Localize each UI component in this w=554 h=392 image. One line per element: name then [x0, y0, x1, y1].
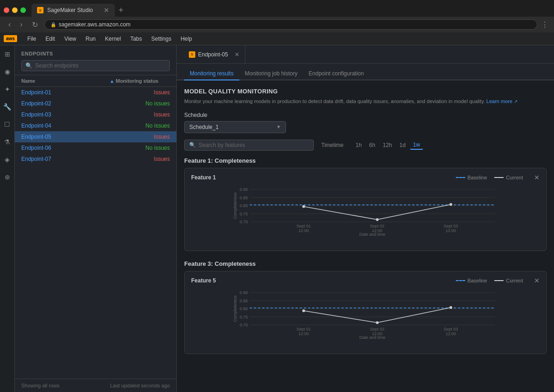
panel-favicon: S: [189, 51, 195, 58]
baseline-line-icon: [456, 177, 465, 178]
timeline-label: Timelime: [321, 142, 343, 148]
maximize-button[interactable]: [20, 7, 26, 13]
feature-section-1: Feature 3: Completeness Feature 5 Baseli…: [184, 260, 547, 354]
feature-search-input[interactable]: [199, 142, 309, 148]
learn-more-link[interactable]: Learn more: [486, 98, 512, 104]
timeline-btn-1h[interactable]: 1h: [353, 141, 364, 150]
svg-text:0.80: 0.80: [240, 203, 248, 208]
browser-tab[interactable]: S SageMaker Studio ✕: [31, 4, 115, 17]
minimize-button[interactable]: [12, 7, 18, 13]
sidebar-icon-box[interactable]: ☐: [2, 119, 12, 129]
legend-baseline: Baseline: [456, 175, 487, 180]
svg-text:0.70: 0.70: [240, 220, 248, 224]
endpoint-row[interactable]: Endpoint-03 Issues: [15, 109, 176, 120]
sidebar-icon-cube[interactable]: ◈: [2, 154, 12, 165]
menu-run[interactable]: Run: [81, 34, 100, 44]
external-link-icon: ↗: [514, 99, 517, 104]
main-content: S Endpoint-05 ✕ Monitoring resultsMonito…: [177, 45, 554, 392]
content-tab-monitoring-results[interactable]: Monitoring results: [184, 67, 239, 80]
timeline-btn-12h[interactable]: 12h: [380, 141, 395, 150]
legend-current: Current: [494, 175, 523, 180]
menu-settings[interactable]: Settings: [147, 34, 176, 44]
schedule-dropdown[interactable]: Schedule_1 ▼: [184, 121, 286, 133]
menu-edit[interactable]: Edit: [41, 34, 60, 44]
endpoint-name: Endpoint-02: [21, 100, 145, 107]
legend-baseline: Baseline: [456, 278, 487, 283]
forward-button[interactable]: ›: [17, 19, 25, 30]
sidebar-icon-science[interactable]: ⚗: [2, 137, 12, 147]
menu-kernel[interactable]: Kernel: [100, 34, 126, 44]
svg-point-41: [302, 309, 305, 312]
menu-view[interactable]: View: [60, 34, 81, 44]
endpoint-name: Endpoint-07: [21, 156, 154, 162]
new-tab-button[interactable]: +: [115, 6, 127, 15]
chart-area: 0.900.850.800.750.70 Sept 0112:00Sept 02…: [191, 288, 540, 348]
feature-search-box: 🔍: [184, 140, 314, 151]
close-button[interactable]: [4, 7, 9, 13]
endpoint-status: Issues: [154, 134, 170, 140]
endpoint-row[interactable]: Endpoint-04 No issues: [15, 120, 176, 131]
lock-icon: 🔒: [50, 22, 56, 27]
feature-charts: Feature 1: Completeness Feature 1 Baseli…: [184, 157, 547, 354]
search-icon: 🔍: [25, 62, 32, 69]
endpoints-panel-title: ENDPOINTS: [21, 51, 170, 56]
table-header: Name ▲ Monitoring status: [15, 75, 176, 87]
panel-footer: Showing all rows Last updated seconds ag…: [15, 379, 176, 392]
endpoint-row[interactable]: Endpoint-05 Issues: [15, 131, 176, 142]
legend-current: Current: [494, 278, 523, 283]
chart-area: 0.900.850.800.750.70 Sept 0112:00Sept 02…: [191, 185, 540, 245]
baseline-line-icon: [456, 280, 465, 281]
back-button[interactable]: ‹: [6, 19, 13, 30]
search-timeline-row: 🔍 Timelime 1h6h12h1d1w: [184, 140, 547, 151]
sidebar-icon-tools[interactable]: 🔧: [2, 102, 12, 112]
chart-card: Feature 1 Baseline Current ✕ 0.900.85: [184, 168, 547, 251]
endpoint-row[interactable]: Endpoint-01 Issues: [15, 87, 176, 98]
chart-title: Feature 5: [191, 277, 216, 284]
content-tab-endpoint-configuration[interactable]: Endpoint configuration: [303, 67, 369, 80]
chart-close-button[interactable]: ✕: [534, 174, 540, 181]
sidebar-icon-circle[interactable]: ◉: [2, 67, 12, 77]
timeline-btn-1w[interactable]: 1w: [410, 141, 423, 150]
svg-text:12:00: 12:00: [299, 228, 309, 233]
menu-file[interactable]: File: [23, 34, 41, 44]
content-body: MODEL QUALITY MONITORING Monitor your ma…: [177, 80, 554, 392]
timeline-buttons: 1h6h12h1d1w: [353, 141, 423, 150]
svg-text:12:00: 12:00: [299, 331, 309, 336]
icon-sidebar: ⊞ ◉ ✦ 🔧 ☐ ⚗ ◈ ⊛: [0, 45, 15, 392]
sidebar-icon-puzzle[interactable]: ✦: [2, 84, 12, 94]
svg-text:Date and time: Date and time: [359, 232, 385, 236]
search-box: 🔍: [21, 60, 170, 71]
browser-menu-button[interactable]: ⋮: [541, 20, 548, 29]
svg-text:Sept 02: Sept 02: [370, 327, 385, 331]
menu-help[interactable]: Help: [176, 34, 197, 44]
current-line-icon: [494, 280, 504, 281]
footer-last-updated: Last updated seconds ago: [110, 383, 170, 388]
svg-text:Sept 01: Sept 01: [297, 327, 311, 331]
endpoint-status: No issues: [145, 145, 170, 151]
tab-close-button[interactable]: ✕: [104, 6, 109, 14]
chart-title: Feature 1: [191, 174, 216, 181]
endpoint-row[interactable]: Endpoint-02 No issues: [15, 98, 176, 109]
feature-section-0: Feature 1: Completeness Feature 1 Baseli…: [184, 157, 547, 251]
endpoint-name: Endpoint-05: [21, 134, 154, 140]
svg-text:12:00: 12:00: [446, 228, 456, 233]
endpoints-list: Endpoint-01 Issues Endpoint-02 No issues…: [15, 87, 176, 379]
search-endpoints-input[interactable]: [35, 62, 166, 69]
aws-logo: aws: [4, 35, 17, 42]
url-text: sagemaker.aws.amazon.com: [59, 21, 131, 28]
sidebar-icon-network[interactable]: ⊛: [2, 172, 12, 182]
reload-button[interactable]: ↻: [29, 19, 41, 30]
svg-text:0.85: 0.85: [240, 195, 248, 200]
svg-text:0.75: 0.75: [240, 314, 248, 319]
endpoint-row[interactable]: Endpoint-06 No issues: [15, 142, 176, 153]
endpoint-row[interactable]: Endpoint-07 Issues: [15, 153, 176, 165]
timeline-btn-1d[interactable]: 1d: [397, 141, 408, 150]
menu-tabs[interactable]: Tabs: [125, 34, 146, 44]
endpoint-status: No issues: [145, 100, 170, 107]
timeline-btn-6h[interactable]: 6h: [367, 141, 378, 150]
sidebar-icon-panel[interactable]: ⊞: [2, 49, 12, 59]
panel-close-button[interactable]: ✕: [235, 51, 239, 58]
chart-close-button[interactable]: ✕: [534, 277, 540, 284]
content-tab-monitoring-job-history[interactable]: Monitoring job history: [239, 67, 303, 80]
address-bar[interactable]: 🔒 sagemaker.aws.amazon.com: [44, 19, 537, 30]
